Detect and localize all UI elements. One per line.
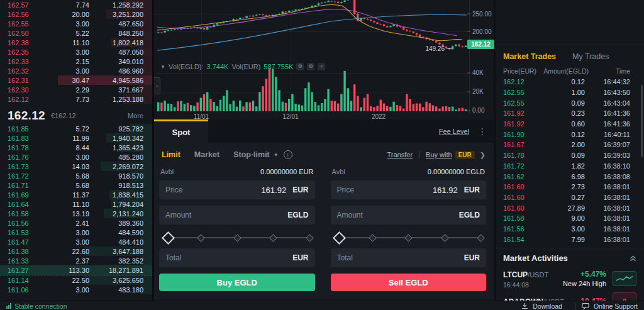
orderbook-bid-row[interactable]: 161.8311.991,940.342 [0, 133, 152, 143]
trade-row[interactable]: 161.920.6016:41:36 [496, 119, 644, 130]
slider-stop[interactable] [404, 234, 413, 242]
ask-total: 848.250 [89, 30, 143, 37]
orderbook-ask-row[interactable]: 162.302.29371.667 [0, 85, 152, 94]
orderbook-bid-row[interactable]: 161.7314.032,269.072 [0, 162, 152, 171]
panel-expand-arrow[interactable]: › [154, 77, 160, 94]
slider-stop[interactable] [306, 234, 314, 242]
orderbook-bid-row[interactable]: 161.27113.3018,271.891 [0, 265, 152, 275]
slider-stop[interactable] [233, 234, 242, 242]
online-support-button[interactable]: Online Support [582, 302, 638, 310]
trade-row[interactable]: 162.120.1216:44:32 [496, 77, 644, 87]
order-type-stop-limit[interactable]: Stop-limit [233, 150, 270, 159]
trade-row[interactable]: 161.600.2716:38:01 [496, 192, 644, 203]
sell-amount-input[interactable]: Amount EGLD [331, 206, 487, 224]
ask-total: 1,253.188 [89, 96, 143, 103]
slider-stop[interactable] [269, 234, 277, 242]
sell-price-input[interactable]: Price 161.92 EUR [331, 180, 487, 199]
chevron-down-icon[interactable]: ▼ [160, 64, 165, 70]
slider-stop[interactable] [477, 234, 485, 242]
trade-row[interactable]: 161.547.9916:38:01 [496, 234, 644, 245]
orderbook-bid-row[interactable]: 161.6911.371,838.415 [0, 190, 152, 199]
orderbook-bid-row[interactable]: 161.6411.101,794.204 [0, 199, 152, 209]
activity-item[interactable]: LTCUP/USDT 16:44:08 +5.47% New 24h High [503, 268, 636, 289]
orderbook-ask-row[interactable]: 162.505.22848.250 [0, 28, 152, 38]
orderbook-ask-row[interactable]: 162.353.00487.050 [0, 47, 152, 57]
more-menu-icon[interactable]: ⋮ [478, 126, 487, 136]
orderbook-bid-row[interactable]: 161.063.00483.180 [0, 285, 152, 294]
trade-row[interactable]: 162.551.0016:43:50 [496, 87, 644, 98]
sell-button[interactable]: Sell EGLD [331, 274, 487, 291]
activity-item[interactable]: ADADOWN/USDT -10.47% 0 [503, 292, 636, 301]
sell-total-input[interactable]: Total EUR [331, 248, 487, 267]
slider-handle[interactable] [161, 231, 174, 245]
orderbook-bid-row[interactable]: 161.533.00484.590 [0, 228, 152, 237]
bid-total: 925.782 [89, 125, 143, 133]
buy-with-currency-badge[interactable]: EUR [455, 151, 475, 159]
sell-available-row: Avbl 0.00000000 EGLD [332, 168, 486, 175]
chevron-down-icon[interactable]: ▼ [274, 152, 279, 158]
orderbook-ask-row[interactable]: 162.3130.474,945.586 [0, 75, 152, 85]
orderbook-bid-row[interactable]: 161.855.72925.782 [0, 124, 152, 133]
orderbook-ask-row[interactable]: 162.5620.003,251.200 [0, 9, 152, 19]
buy-total-input[interactable]: Total EUR [159, 248, 315, 267]
trade-row[interactable]: 162.550.0916:43:04 [496, 97, 644, 108]
orderbook-ask-row[interactable]: 162.332.15349.010 [0, 57, 152, 66]
orderbook-bid-row[interactable]: 161.473.00484.410 [0, 237, 152, 246]
scrollbar[interactable] [641, 85, 643, 157]
slider-handle[interactable] [333, 231, 346, 245]
tab-market-trades[interactable]: Market Trades [503, 52, 556, 61]
trade-row[interactable]: 161.6027.8916:38:01 [496, 202, 644, 213]
order-type-limit[interactable]: Limit [162, 150, 180, 159]
transfer-link[interactable]: Transfer [387, 151, 413, 158]
download-button[interactable]: Download [521, 302, 562, 310]
orderbook-more-link[interactable]: More [128, 112, 143, 119]
buy-with-link[interactable]: Buy with [426, 151, 452, 158]
slider-stop[interactable] [369, 234, 377, 242]
candlestick-chart[interactable]: 250.00200.0040K20K0.0011/0112/012022149.… [154, 0, 494, 119]
buy-amount-input[interactable]: Amount EGLD [159, 206, 315, 224]
trade-row[interactable]: 161.900.1216:40:11 [496, 129, 644, 140]
trade-row[interactable]: 161.920.2316:41:36 [496, 108, 644, 119]
trade-row[interactable]: 161.626.9816:38:08 [496, 171, 644, 182]
orderbook-ask-row[interactable]: 162.127.731,253.188 [0, 94, 152, 104]
orderbook-ask-row[interactable]: 162.323.00486.960 [0, 66, 152, 75]
orderbook-bid-row[interactable]: 161.332.37382.352 [0, 256, 152, 265]
ask-amount: 5.22 [43, 30, 89, 37]
sell-amount-slider[interactable] [333, 231, 484, 245]
indicator-close-icon[interactable]: × [318, 63, 325, 70]
fee-level-link[interactable]: Fee Level [439, 128, 469, 135]
orderbook-ask-row[interactable]: 162.553.00487.650 [0, 19, 152, 28]
orderbook-ask-row[interactable]: 162.3811.101,802.418 [0, 38, 152, 47]
tab-my-trades[interactable]: My Trades [572, 52, 609, 61]
collapse-chevrons-icon[interactable] [630, 255, 636, 262]
buy-price-input[interactable]: Price 161.92 EUR [159, 180, 315, 199]
trade-time: 16:43:50 [585, 89, 630, 96]
trade-row[interactable]: 161.563.0016:38:01 [496, 224, 644, 235]
orderbook-bid-row[interactable]: 161.788.441,365.423 [0, 143, 152, 152]
orderbook-bid-row[interactable]: 161.725.68918.570 [0, 171, 152, 180]
orderbook-bid-row[interactable]: 161.3822.603,647.188 [0, 246, 152, 256]
tab-spot[interactable]: Spot [154, 119, 208, 143]
trade-row[interactable]: 161.589.0016:38:01 [496, 213, 644, 224]
orderbook-bid-row[interactable]: 161.5813.192,131.240 [0, 209, 152, 218]
info-icon[interactable]: i [284, 150, 292, 159]
orderbook-bid-row[interactable]: 161.562.41389.360 [0, 218, 152, 228]
trade-row[interactable]: 161.602.7316:38:01 [496, 182, 644, 192]
chevron-right-icon[interactable]: ❯ [480, 151, 486, 159]
buy-button[interactable]: Buy EGLD [159, 274, 315, 291]
orderbook-bid-row[interactable]: 161.1422.503,625.650 [0, 275, 152, 285]
indicator-config-icon[interactable]: ⚙ [307, 63, 314, 70]
orderbook-bid-row[interactable]: 161.715.68918.513 [0, 180, 152, 190]
orderbook-bid-row[interactable]: 161.763.00485.280 [0, 152, 152, 162]
trade-row[interactable]: 161.672.0016:39:07 [496, 140, 644, 150]
ask-price: 162.50 [8, 30, 43, 37]
order-type-market[interactable]: Market [194, 150, 219, 159]
slider-stop[interactable] [441, 234, 449, 242]
slider-stop[interactable] [197, 234, 205, 242]
candlestick-chart-panel[interactable]: 250.00200.0040K20K0.0011/0112/012022149.… [154, 0, 494, 119]
buy-amount-slider[interactable] [162, 231, 313, 245]
orderbook-ask-row[interactable]: 162.577.741,258.292 [0, 0, 152, 9]
trade-row[interactable]: 161.721.8216:38:10 [496, 161, 644, 172]
trade-row[interactable]: 161.780.0916:39:03 [496, 150, 644, 161]
indicator-settings-icon[interactable]: ⚙ [296, 63, 304, 70]
